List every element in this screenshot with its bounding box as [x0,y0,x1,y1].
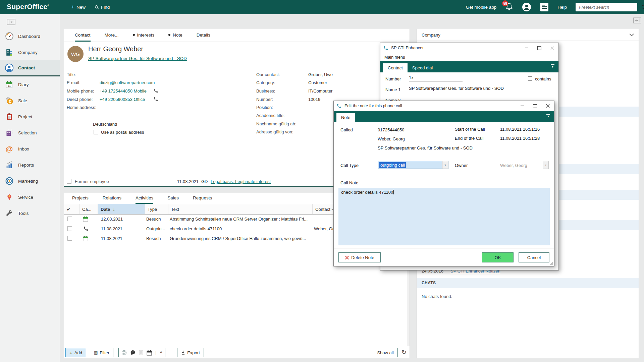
sidebar-item-reports[interactable]: Reports [0,157,60,173]
delete-note-button[interactable]: Delete Note [338,252,381,262]
tab-options-icon[interactable]: ▼ [546,114,550,118]
tab-relations[interactable]: Relations [103,193,121,204]
call-type-dropdown[interactable]: outgoing call ▼ [378,161,448,169]
edit-note-dialog: Edit the note for this phone call Note ▼… [333,101,554,266]
tab-requests[interactable]: Requests [193,193,212,204]
column-header-type[interactable]: Type [145,204,168,214]
sidebar-nav: Dashboard Company Contact 11 Diary $€ Sa… [0,28,60,221]
tab-contact[interactable]: Contact [75,29,91,42]
sidebar-item-company[interactable]: Company [0,44,60,60]
company-panel-header[interactable]: Company [417,29,639,41]
company-link[interactable]: SP Softwarepartner Ges. für Software und… [88,56,187,61]
column-header-select[interactable]: ✔ [64,204,79,214]
freetext-search-input[interactable] [578,4,639,10]
cti-tab-contact[interactable]: Contact [383,63,408,72]
former-employee-checkbox[interactable] [67,179,71,184]
row-checkbox[interactable] [67,236,72,241]
close-icon[interactable] [541,101,554,111]
sidebar-item-inbox[interactable]: @ Inbox [0,141,60,157]
close-icon[interactable] [546,43,558,53]
sale-icon: $€ [5,96,14,105]
chevron-down-icon[interactable] [629,33,634,38]
chat-bubble-icon[interactable] [130,350,136,355]
sidebar-item-sale[interactable]: $€ Sale [0,93,60,109]
sidebar-item-selection[interactable]: Selection [0,125,60,141]
sidebar-collapse-icon[interactable] [7,19,15,26]
search-icon[interactable] [641,5,644,10]
mobile-phone-link[interactable]: +49 1725444850 Mobile [100,88,147,94]
column-header-text[interactable]: Text [168,204,312,214]
panel-expand-icon[interactable] [633,17,641,24]
note-tab[interactable]: Note [336,113,355,122]
tab-options-icon[interactable]: ▼ [551,64,554,68]
add-button[interactable]: +Add [65,348,86,357]
collapse-toolbar-icon[interactable]: ^ [160,350,162,355]
category-value: Customer [308,80,327,85]
sidebar-item-tools[interactable]: Tools [0,205,60,221]
sidebar-item-marketing[interactable]: Marketing [0,173,60,189]
maximize-icon[interactable] [533,43,546,53]
ok-button[interactable]: OK [482,252,514,262]
sidebar-item-diary[interactable]: 11 Diary [0,76,60,93]
tab-projects[interactable]: Projects [72,193,89,204]
inbox-icon: @ [5,144,14,154]
dashboard-icon [5,32,14,41]
user-avatar-icon[interactable] [522,2,531,12]
diary-icon: 11 [5,80,14,89]
note-titlebar[interactable]: Edit the note for this phone call [334,101,554,111]
direct-phone-link[interactable]: +49 2205900853 Office [100,97,145,102]
help-link[interactable]: Help [557,5,567,10]
sidebar-item-dashboard[interactable]: Dashboard [0,28,60,44]
calendar-icon[interactable] [147,350,152,356]
number-input[interactable]: 1x [409,75,463,81]
row-checkbox[interactable] [67,217,72,221]
cti-tab-speed-dial[interactable]: Speed dial [408,63,437,72]
sidebar-item-project[interactable]: Project [0,109,60,125]
minimize-icon[interactable] [516,101,529,111]
superoffice-app: SuperOffice® + New Find Get mobile app 5… [0,0,644,362]
legal-basis-link[interactable]: Legal basis: Legitimate interest [211,179,271,184]
column-header-category[interactable]: Ca... [79,204,98,214]
column-header-date[interactable]: Date↓ [98,204,145,214]
refresh-icon[interactable]: ↻ [401,349,407,356]
activity-type-icon-group: | ^ [118,348,165,357]
minimize-icon[interactable] [520,43,533,53]
notification-bell[interactable]: 58 [505,3,513,11]
get-mobile-app-link[interactable]: Get mobile app [466,5,497,10]
name1-input[interactable]: SP Softwarepartner Ges. für Software und… [409,86,556,92]
call-phone-icon[interactable] [153,88,158,94]
tab-more[interactable]: More... [105,29,119,42]
tab-interests[interactable]: Interests [133,29,155,42]
sidebar-item-service[interactable]: Service [0,189,60,205]
tab-details[interactable]: Details [197,29,210,42]
sidebar-item-contact[interactable]: Contact [0,60,60,76]
call-note-textarea[interactable]: check order details 471100 [338,188,550,245]
maximize-icon[interactable] [529,101,541,111]
tab-activities[interactable]: Activities [136,193,153,204]
find-menu[interactable]: Find [95,0,110,14]
dropdown-arrow-icon[interactable]: ▼ [442,161,448,169]
filter-grid-icon: ▦ [94,350,98,355]
target-icon[interactable] [121,350,127,355]
document-icon[interactable] [139,350,143,355]
end-call-label: End of the Call [455,136,483,141]
show-all-button[interactable]: Show all [373,348,398,357]
contains-checkbox[interactable] [528,76,532,81]
export-button[interactable]: Export [177,348,204,357]
tab-note[interactable]: Note [168,29,182,42]
cti-titlebar[interactable]: SP CTI Enhancer [380,43,558,53]
main-menu-icon[interactable] [540,2,549,12]
filter-button[interactable]: ▦Filter [90,348,113,357]
tools-icon [5,209,14,218]
row-checkbox[interactable] [67,226,72,231]
call-phone-icon[interactable] [153,97,158,103]
cancel-button[interactable]: Cancel [519,252,549,262]
main-menu-bar[interactable]: Main menu [380,53,558,61]
postal-address-checkbox[interactable] [94,130,98,134]
tab-sales[interactable]: Sales [167,193,179,204]
email-link[interactable]: diczig@softwarepartner.com [100,80,155,85]
number-label: Number [385,76,401,81]
app-logo[interactable]: SuperOffice® [7,3,49,11]
new-menu[interactable]: + New [71,0,86,14]
resize-grip[interactable] [550,261,553,266]
